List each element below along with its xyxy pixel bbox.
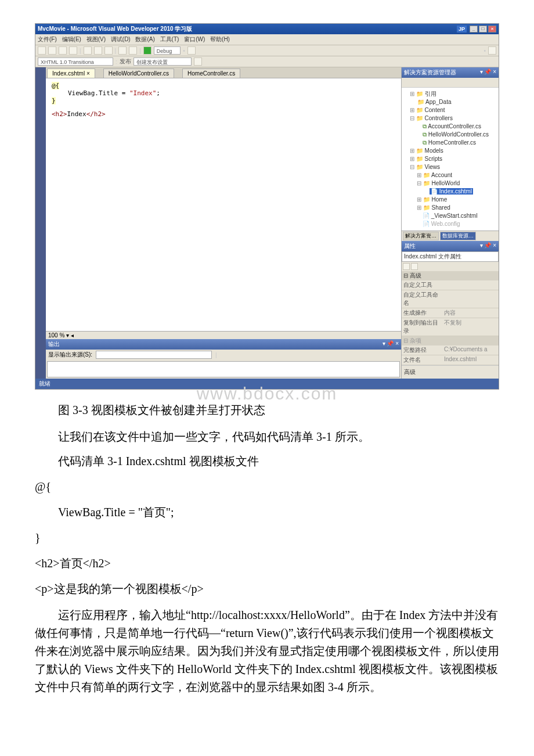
second-toolbar[interactable]: XHTML 1.0 Transitiona : 发布 创建发布设置: [35, 56, 499, 67]
alphabetical-icon[interactable]: [411, 263, 418, 270]
code-line: @{: [52, 82, 395, 89]
refresh-icon[interactable]: [419, 79, 426, 86]
solution-explorer-header[interactable]: 解决方案资源管理器▾ 📌 ×: [402, 67, 499, 78]
tab-index-cshtml[interactable]: Index.cshtml ×: [47, 69, 95, 78]
watermark: www.bdocx.com: [35, 384, 499, 404]
minimize-button[interactable]: _: [470, 26, 478, 33]
menu-file[interactable]: 文件(F): [38, 36, 57, 42]
properties-header[interactable]: 属性▾ 📌 ×: [402, 241, 499, 251]
cut-icon[interactable]: [84, 46, 92, 55]
right-panels: 解决方案资源管理器▾ 📌 × ⊞ 📁 引用 📁 App_Data ⊞ 📁 Con…: [401, 67, 499, 379]
properties-grid[interactable]: Index.cshtml 文件属性 ⊟ 高级 自定义工具 自定义工具命名 生成操…: [402, 251, 499, 379]
code-line: ViewBag.Title = "首页";: [35, 502, 499, 523]
close-icon[interactable]: ×: [86, 70, 90, 77]
ide-workarea: Index.cshtml × HelloWorldController.cs H…: [35, 67, 499, 379]
zoom-level[interactable]: 100 % ▾ ◂: [46, 331, 401, 339]
config-combo[interactable]: Debug: [154, 46, 181, 55]
window-titlebar: MvcMovie - Microsoft Visual Web Develope…: [35, 24, 499, 34]
body-paragraph: 让我们在该文件中追加一些文字，代码如代码清单 3-1 所示。: [35, 427, 499, 446]
code-line: <p>这是我的第一个视图模板</p>: [35, 578, 499, 599]
show-all-icon[interactable]: [411, 79, 418, 86]
doctype-combo[interactable]: XHTML 1.0 Transitiona: [38, 57, 113, 66]
tab-helloworld-controller[interactable]: HelloWorldController.cs: [103, 69, 174, 78]
view-code-icon[interactable]: [427, 79, 434, 86]
tab-home-controller[interactable]: HomeController.cs: [182, 69, 240, 78]
properties-help: 高级: [402, 365, 499, 379]
save-icon[interactable]: [59, 46, 67, 55]
window-controls: _ □ ×: [470, 26, 496, 33]
code-line: <h2>Index</h2>: [52, 110, 395, 118]
properties-icon[interactable]: [403, 79, 410, 86]
publish-profile-combo[interactable]: 创建发布设置: [134, 57, 192, 66]
main-toolbar[interactable]: | | | Debug • •: [35, 45, 499, 56]
find-icon[interactable]: [488, 46, 496, 55]
menu-view[interactable]: 视图(V): [86, 36, 106, 42]
editor-tabs[interactable]: Index.cshtml × HelloWorldController.cs H…: [46, 67, 401, 78]
run-icon[interactable]: [143, 46, 151, 55]
menu-data[interactable]: 数据(A): [135, 36, 154, 42]
browser-icon[interactable]: [187, 46, 196, 55]
body-paragraph: 运行应用程序，输入地址“http://localhost:xxxx/HelloW…: [35, 606, 499, 696]
open-icon[interactable]: [48, 46, 56, 55]
code-listing-title: 代码清单 3-1 Index.cshtml 视图模板文件: [35, 452, 499, 470]
output-text[interactable]: [47, 361, 400, 377]
menu-window[interactable]: 窗口(W): [184, 36, 205, 42]
code-line: <h2>首页</h2>: [35, 553, 499, 574]
ide-screenshot: MvcMovie - Microsoft Visual Web Develope…: [35, 23, 499, 390]
code-line: }: [52, 97, 395, 105]
maximize-button[interactable]: □: [479, 26, 487, 33]
save-all-icon[interactable]: [69, 46, 77, 55]
left-gutter: [35, 67, 46, 379]
output-panel: 输出▾ 📌 × 显示输出来源(S): |: [46, 339, 401, 379]
close-button[interactable]: ×: [488, 26, 496, 33]
solution-tree[interactable]: ⊞ 📁 引用 📁 App_Data ⊞ 📁 Content ⊟ 📁 Contro…: [402, 88, 499, 231]
redo-icon[interactable]: [129, 46, 137, 55]
output-source-label: 显示输出来源(S):: [48, 351, 92, 359]
tree-node-selected[interactable]: 📄 Index.cshtml: [404, 188, 496, 196]
publish-label[interactable]: 发布: [120, 57, 131, 66]
code-line: }: [35, 527, 499, 548]
menu-debug[interactable]: 调试(D): [111, 36, 131, 42]
ime-indicator: JP: [457, 26, 467, 33]
publish-icon[interactable]: [194, 57, 202, 66]
window-title: MvcMovie - Microsoft Visual Web Develope…: [38, 25, 192, 33]
menu-bar[interactable]: 文件(F) 编辑(E) 视图(V) 调试(D) 数据(A) 工具(T) 窗口(W…: [35, 34, 499, 45]
solution-tabs[interactable]: 解决方案资… 数据库资源…: [402, 231, 499, 241]
code-editor[interactable]: @{ ViewBag.Title = "Index"; } <h2>Index<…: [46, 78, 401, 331]
paste-icon[interactable]: [104, 46, 113, 55]
menu-help[interactable]: 帮助(H): [210, 36, 230, 42]
editor-pane: Index.cshtml × HelloWorldController.cs H…: [46, 67, 401, 379]
properties-object[interactable]: Index.cshtml 文件属性: [402, 251, 499, 262]
code-line: @{: [35, 476, 499, 497]
menu-tools[interactable]: 工具(T): [160, 36, 179, 42]
figure-caption: 图 3-3 视图模板文件被创建并呈打开状态: [35, 402, 499, 418]
tab-solution[interactable]: 解决方案资…: [403, 232, 439, 240]
undo-icon[interactable]: [118, 46, 127, 55]
new-project-icon[interactable]: [38, 46, 46, 55]
categorized-icon[interactable]: [403, 263, 410, 270]
menu-edit[interactable]: 编辑(E): [62, 36, 81, 42]
tab-database[interactable]: 数据库资源…: [440, 232, 476, 240]
output-source-combo[interactable]: [96, 351, 212, 359]
copy-icon[interactable]: [94, 46, 102, 55]
output-header[interactable]: 输出▾ 📌 ×: [46, 339, 401, 350]
code-line: ViewBag.Title = "Index";: [52, 89, 395, 97]
